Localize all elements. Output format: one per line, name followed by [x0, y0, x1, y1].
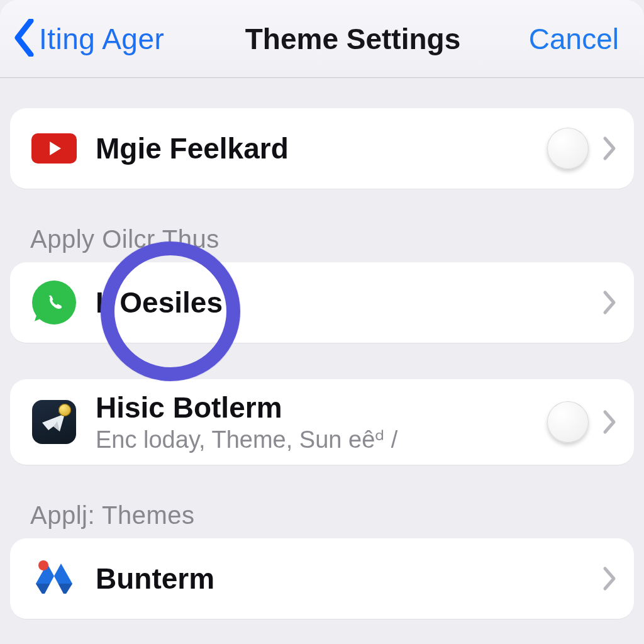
drive-icon — [31, 556, 77, 601]
back-label: Iting Ager — [39, 22, 164, 56]
row-youtube[interactable]: Mgie Feelkard — [10, 108, 634, 189]
youtube-icon — [31, 126, 77, 171]
row-title: II Oesiles — [96, 286, 584, 319]
page-title: Theme Settings — [245, 22, 461, 56]
cancel-button[interactable]: Cancel — [506, 22, 619, 56]
settings-group-4: Bunterm — [10, 538, 634, 619]
row-drive[interactable]: Bunterm — [10, 538, 634, 619]
settings-group-3: Hisic Botlerm Enc loday, Theme, Sun eêᵈ … — [10, 379, 634, 465]
whatsapp-icon — [31, 280, 77, 325]
row-whatsapp[interactable]: II Oesiles — [10, 262, 634, 343]
row-subtitle: Enc loday, Theme, Sun eêᵈ / — [96, 426, 528, 453]
content-area: Mgie Feelkard Apply Oilcr Thus II — [0, 78, 644, 619]
settings-group-2: II Oesiles — [10, 262, 634, 343]
back-button[interactable]: Iting Ager — [11, 19, 200, 59]
toggle-switch[interactable] — [547, 401, 589, 443]
settings-group-1: Mgie Feelkard — [10, 108, 634, 189]
toggle-switch[interactable] — [547, 128, 589, 169]
section-header-apply: Apply Oilcr Thus — [10, 225, 634, 262]
chevron-right-icon — [602, 566, 616, 591]
row-title: Hisic Botlerm — [96, 391, 528, 425]
chevron-right-icon — [602, 409, 616, 435]
row-title: Mgie Feelkard — [96, 131, 528, 165]
chevron-right-icon — [602, 136, 616, 161]
section-header-themes: Applj: Themes — [10, 501, 634, 538]
row-title: Bunterm — [96, 562, 584, 596]
telegram-icon — [31, 399, 77, 445]
row-telegram[interactable]: Hisic Botlerm Enc loday, Theme, Sun eêᵈ … — [10, 379, 634, 465]
navigation-bar: Iting Ager Theme Settings Cancel — [0, 0, 644, 78]
chevron-right-icon — [602, 290, 616, 315]
chevron-left-icon — [11, 19, 35, 59]
